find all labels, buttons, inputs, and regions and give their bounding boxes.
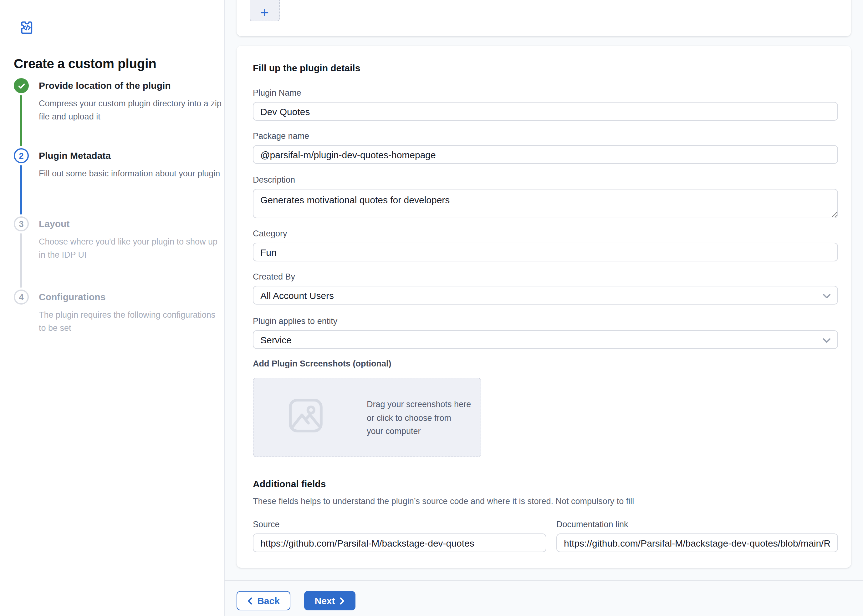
package-name-label: Package name <box>253 131 838 141</box>
chevron-right-icon <box>340 596 345 605</box>
step-4-number: 4 <box>19 292 24 302</box>
step-3-title: Layout <box>39 218 224 229</box>
step-3-indicator: 3 <box>14 216 29 231</box>
stepper-connector-upcoming <box>20 233 22 288</box>
plus-icon: + <box>261 5 269 20</box>
description-field: Description Generates motivational quote… <box>253 175 838 221</box>
form-heading: Fill up the plugin details <box>253 63 360 74</box>
entity-value: Service <box>260 334 291 345</box>
description-label: Description <box>253 175 838 185</box>
created-by-field: Created By All Account Users <box>253 272 838 305</box>
screenshots-label: Add Plugin Screenshots (optional) <box>253 359 838 369</box>
step-2-description: Fill out some basic information about yo… <box>39 168 224 181</box>
step-3-description: Choose where you'd like your plugin to s… <box>39 236 224 261</box>
additional-fields-heading: Additional fields <box>253 478 326 490</box>
documentation-link-field: Documentation link <box>556 520 838 552</box>
screenshots-field: Add Plugin Screenshots (optional) <box>253 359 838 373</box>
dropzone-line-1: Drag your screenshots here <box>367 398 471 411</box>
back-button-label: Back <box>257 596 280 606</box>
plugin-name-field: Plugin Name <box>253 88 838 121</box>
stepper-connector-complete <box>20 95 22 146</box>
step-4-indicator: 4 <box>14 289 29 305</box>
plugin-name-label: Plugin Name <box>253 88 838 98</box>
created-by-value: All Account Users <box>260 290 334 300</box>
category-label: Category <box>253 229 838 239</box>
step-2-number: 2 <box>19 151 24 160</box>
package-name-input[interactable] <box>253 145 838 164</box>
step-1-indicator <box>14 78 29 93</box>
source-label: Source <box>253 520 546 530</box>
back-button[interactable]: Back <box>236 591 290 610</box>
step-1[interactable]: Provide location of the plugin Compress … <box>39 80 224 123</box>
create-custom-plugin-page: Create a custom plugin Provide location … <box>0 0 863 616</box>
plugin-details-card: Fill up the plugin details Plugin Name P… <box>236 46 851 568</box>
check-icon <box>17 81 26 90</box>
dropzone-text: Drag your screenshots here or click to c… <box>367 398 471 438</box>
step-4-title: Configurations <box>39 291 224 303</box>
source-input[interactable] <box>253 533 546 552</box>
next-button-label: Next <box>315 596 335 606</box>
chevron-down-icon <box>822 293 831 299</box>
chevron-left-icon <box>247 596 253 605</box>
wizard-sidebar: Create a custom plugin Provide location … <box>0 0 225 616</box>
category-field: Category <box>253 229 838 261</box>
entity-label: Plugin applies to entity <box>253 316 838 327</box>
footer-divider <box>224 580 863 581</box>
step-2-indicator: 2 <box>14 148 29 163</box>
documentation-link-input[interactable] <box>556 533 838 552</box>
package-name-field: Package name <box>253 131 838 164</box>
add-screenshot-tile[interactable]: + <box>250 0 280 21</box>
plugin-name-input[interactable] <box>253 102 838 121</box>
step-3-number: 3 <box>19 219 24 229</box>
next-button[interactable]: Next <box>304 591 356 610</box>
created-by-select[interactable]: All Account Users <box>253 286 838 305</box>
step-4[interactable]: Configurations The plugin requires the f… <box>39 291 224 335</box>
step-2[interactable]: Plugin Metadata Fill out some basic info… <box>39 150 224 181</box>
created-by-label: Created By <box>253 272 838 282</box>
category-input[interactable] <box>253 243 838 261</box>
plugin-puzzle-code-icon <box>17 18 36 38</box>
screenshot-dropzone[interactable]: Drag your screenshots here or click to c… <box>253 378 481 457</box>
entity-field: Plugin applies to entity Service <box>253 316 838 349</box>
step-4-description: The plugin requires the following config… <box>39 309 224 335</box>
dropzone-line-2: or click to choose from <box>367 411 471 424</box>
step-1-title: Provide location of the plugin <box>39 80 224 91</box>
dropzone-line-3: your computer <box>367 424 471 438</box>
step-1-description: Compress your custom plugin directory in… <box>39 97 224 123</box>
documentation-link-label: Documentation link <box>556 520 838 530</box>
section-divider <box>253 465 838 465</box>
upload-card: + <box>236 0 851 36</box>
image-icon <box>286 396 325 435</box>
description-textarea[interactable]: Generates motivational quotes for develo… <box>253 189 838 218</box>
step-3[interactable]: Layout Choose where you'd like your plug… <box>39 218 224 261</box>
stepper-connector-active <box>20 165 22 215</box>
entity-select[interactable]: Service <box>253 330 838 349</box>
page-title: Create a custom plugin <box>14 56 214 71</box>
chevron-down-icon <box>822 338 831 343</box>
source-field: Source <box>253 520 546 552</box>
additional-fields-subtitle: These fields helps to understand the plu… <box>253 496 838 506</box>
step-2-title: Plugin Metadata <box>39 150 224 161</box>
